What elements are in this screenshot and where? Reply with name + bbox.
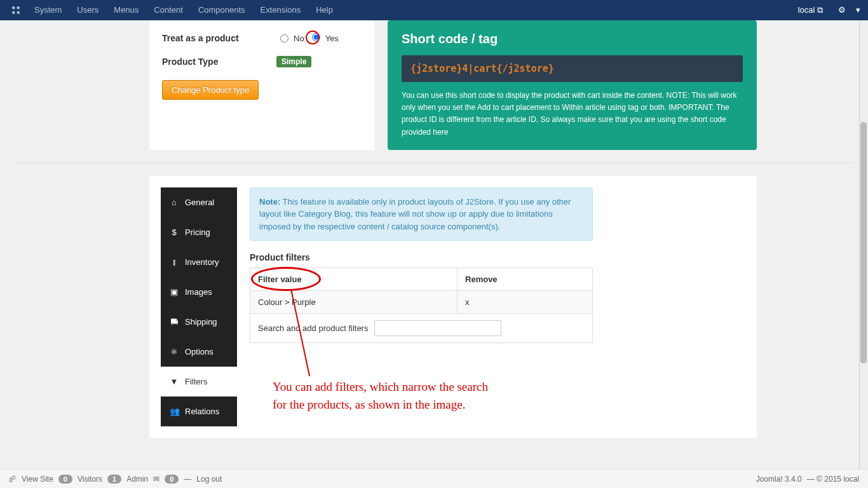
dropdown-caret-icon[interactable]: ▾ [853,0,863,20]
note-box: Note: This feature is available only in … [250,187,593,241]
image-icon: ▣ [170,287,179,297]
col-filter-value: Filter value [250,268,458,291]
search-label: Search and add product filters [258,323,368,333]
svg-point-3 [17,11,20,15]
search-cell: Search and add product filters [250,314,593,343]
nav-components[interactable]: Components [191,0,253,20]
tab-label: General [185,198,214,207]
tab-relations[interactable]: 👥Relations [161,396,237,426]
tab-label: Inventory [185,257,219,267]
tab-options[interactable]: ⚛Options [161,337,237,367]
treat-no-radio[interactable] [280,34,288,43]
dollar-icon: $ [170,227,179,237]
change-product-type-button[interactable]: Change Product type [162,80,259,100]
filters-title: Product filters [250,252,745,262]
table-header-row: Filter value Remove [250,268,593,291]
tab-label: Relations [185,407,219,416]
tab-shipping[interactable]: ⛟Shipping [161,307,237,337]
tab-label: Filters [185,377,207,386]
annotation-text: You can add filters, which narrow the se… [273,378,488,414]
yes-label: Yes [325,34,339,43]
treat-yes-radio[interactable] [312,33,320,41]
annotation-line1: You can add filters, which narrow the se… [273,380,488,393]
tab-images[interactable]: ▣Images [161,277,237,307]
tab-label: Pricing [185,227,210,237]
tab-label: Shipping [185,317,217,327]
shortcode-panel: Short code / tag {j2store}4|cart{/j2stor… [388,20,757,150]
navbar-left: System Users Menus Content Components Ex… [5,0,341,20]
truck-icon: ⛟ [170,317,179,327]
nav-site-link[interactable]: local ⧉ [790,0,831,20]
tab-label: Options [185,347,214,356]
product-settings-panel: Treat as a product No Yes Product Type S… [149,20,375,150]
col-remove: Remove [458,268,593,291]
bars-icon: ⫿ [170,257,179,267]
nav-extensions[interactable]: Extensions [253,0,309,20]
divider [16,163,852,163]
nav-help[interactable]: Help [308,0,341,20]
filter-icon: ▼ [170,377,179,386]
note-text: This feature is available only in produc… [259,197,571,231]
svg-point-1 [17,6,20,10]
nav-users[interactable]: Users [69,0,106,20]
top-navbar: System Users Menus Content Components Ex… [0,0,868,20]
filters-tab-content: Note: This feature is available only in … [250,187,745,426]
svg-point-2 [12,11,15,15]
filter-value-cell: Colour > Purple [250,291,458,314]
treat-radio-group: No Yes [276,33,339,43]
tab-label: Images [185,287,212,297]
treat-as-product-row: Treat as a product No Yes [162,33,362,43]
treat-label: Treat as a product [162,33,276,43]
nav-content[interactable]: Content [146,0,191,20]
search-row: Search and add product filters [250,314,593,343]
product-type-badge: Simple [276,56,311,67]
type-label: Product Type [162,57,276,67]
site-label: local [798,5,815,15]
gear-icon[interactable]: ⚙ [831,0,853,20]
side-tabs: ⌂General $Pricing ⫿Inventory ▣Images ⛟Sh… [161,187,237,426]
nav-system[interactable]: System [27,0,69,20]
home-icon: ⌂ [170,198,179,207]
navbar-right: local ⧉ ⚙ ▾ [790,0,863,20]
tab-general[interactable]: ⌂General [161,187,237,217]
nodes-icon: ⚛ [170,347,179,356]
scrollbar[interactable] [859,20,868,469]
joomla-logo-icon[interactable] [10,4,22,16]
no-label: No [294,34,304,43]
note-prefix: Note: [259,197,280,207]
product-tabs-panel: ⌂General $Pricing ⫿Inventory ▣Images ⛟Sh… [149,176,757,438]
shortcode-title: Short code / tag [402,32,743,46]
top-panels-row: Treat as a product No Yes Product Type S… [16,20,852,150]
filters-table: Filter value Remove Colour > Purple x Se… [250,268,593,343]
filter-search-input[interactable] [374,320,501,336]
users-icon: 👥 [170,407,179,416]
product-type-row: Product Type Simple [162,56,362,67]
tab-filters[interactable]: ▼Filters [161,367,237,396]
content-area: Treat as a product No Yes Product Type S… [0,20,868,469]
tab-pricing[interactable]: $Pricing [161,217,237,247]
external-link-icon: ⧉ [817,5,823,15]
shortcode-code: {j2store}4|cart{/j2store} [402,55,743,82]
shortcode-description: You can use this short code to display t… [402,90,743,139]
svg-point-0 [12,6,15,10]
tab-inventory[interactable]: ⫿Inventory [161,247,237,277]
filter-remove-cell[interactable]: x [458,291,593,314]
scroll-thumb[interactable] [860,122,867,363]
nav-menus[interactable]: Menus [106,0,146,20]
annotation-line2: for the products, as shown in the image. [273,398,465,411]
table-row: Colour > Purple x [250,291,593,314]
